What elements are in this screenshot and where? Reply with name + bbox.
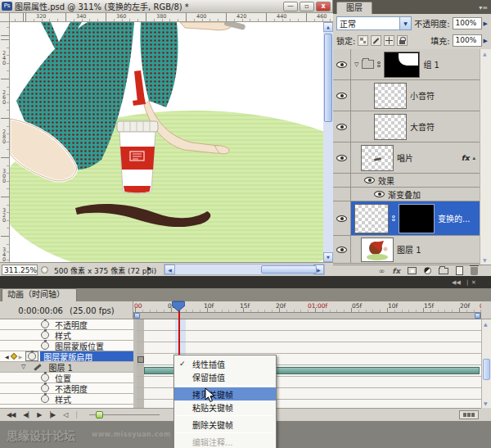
close-panel-icon[interactable]: ✕ <box>471 279 476 286</box>
rewind-button[interactable]: ◀◀ <box>7 411 15 419</box>
layer-row-group1[interactable]: ▽ 组 1 <box>333 49 480 80</box>
blend-mode-select[interactable]: 正常 ▼ <box>336 16 412 30</box>
layers-scrollbar[interactable]: ▲ ▼ <box>480 49 491 265</box>
eye-icon[interactable] <box>336 155 347 161</box>
eye-icon[interactable] <box>336 247 347 253</box>
layer-row-big-note[interactable]: 大音符 <box>333 111 480 143</box>
scroll-left-icon[interactable]: ◀ <box>164 265 175 274</box>
scroll-down-icon[interactable]: ▼ <box>323 252 333 262</box>
stopwatch-icon[interactable] <box>41 331 49 339</box>
close-button[interactable]: x <box>316 2 331 11</box>
status-options-icon[interactable]: ▶ <box>147 265 151 272</box>
visibility-cell[interactable] <box>333 236 351 263</box>
link-layers-icon[interactable]: ∞ <box>379 267 385 275</box>
layer-thumbnail[interactable] <box>354 204 389 233</box>
work-area-end-handle[interactable] <box>475 313 480 319</box>
work-area-bar[interactable] <box>133 312 481 319</box>
stopwatch-icon[interactable] <box>41 342 49 350</box>
timeline-ruler[interactable]: 00 05f 10f 15f 20f 01:00f 05f 10f 15f 20… <box>133 301 481 312</box>
adjustment-layer-icon[interactable] <box>424 267 431 274</box>
previous-keyframe-icon[interactable]: ◀ <box>5 354 9 360</box>
fill-spinner-icon[interactable]: ▶ <box>484 38 488 44</box>
visibility-cell[interactable] <box>333 111 351 142</box>
stopwatch-box[interactable] <box>25 351 38 361</box>
effects-header-row[interactable]: 效果 <box>333 174 480 188</box>
next-keyframe-icon[interactable]: ▶ <box>19 354 23 360</box>
zoom-level-field[interactable]: 311.25% <box>2 265 38 275</box>
layer-name[interactable]: 变换的... <box>438 212 471 224</box>
zoom-slider-thumb[interactable] <box>96 411 103 419</box>
expand-triangle-icon[interactable]: ▽ <box>21 364 25 370</box>
eye-icon[interactable] <box>336 93 347 99</box>
chevron-down-icon[interactable]: ▼ <box>399 17 411 29</box>
fx-icon[interactable]: fx <box>462 154 470 162</box>
expand-triangle-icon[interactable]: ▽ <box>354 61 358 68</box>
collapse-effects-icon[interactable]: ▴ <box>472 155 475 161</box>
visibility-cell[interactable] <box>333 80 351 111</box>
effect-row-gradient-overlay[interactable]: 渐变叠加 <box>333 188 480 201</box>
layer-name[interactable]: 唱片 <box>397 152 413 164</box>
stopwatch-icon[interactable] <box>41 373 49 382</box>
eye-icon[interactable] <box>336 61 347 68</box>
collapse-panel-icon[interactable]: ◀◀ <box>452 279 461 286</box>
new-group-icon[interactable] <box>439 268 448 274</box>
scroll-thumb[interactable] <box>261 265 317 274</box>
eye-icon[interactable] <box>336 124 347 130</box>
canvas-vertical-scrollbar[interactable]: ▲ ▼ <box>323 22 333 262</box>
scroll-down-icon[interactable]: ▼ <box>483 257 487 263</box>
layer-name[interactable]: 图层 1 <box>397 243 421 256</box>
scroll-up-icon[interactable]: ▲ <box>323 22 333 32</box>
stopwatch-icon[interactable] <box>41 384 49 392</box>
play-button[interactable]: ▶ <box>37 411 41 419</box>
panel-menu-icon[interactable]: ▾≡ <box>479 2 488 14</box>
scroll-down-icon[interactable]: ▼ <box>484 400 488 406</box>
work-area-start-handle[interactable] <box>134 313 140 319</box>
audio-toggle-icon[interactable]: ◁ <box>63 411 67 419</box>
menu-item-copy-keyframes[interactable]: 拷贝关键帧 <box>174 387 276 400</box>
minimize-button[interactable]: — <box>283 2 298 11</box>
scroll-up-icon[interactable]: ▲ <box>483 51 487 57</box>
canvas-horizontal-scrollbar[interactable]: ◀ ▶ <box>164 264 325 275</box>
track-label[interactable]: 样式 <box>55 393 71 405</box>
mask-link-icon[interactable] <box>392 215 395 221</box>
eye-icon[interactable] <box>374 191 385 197</box>
track-label[interactable]: 图层蒙版启用 <box>40 351 133 361</box>
menu-item-hold-interpolation[interactable]: 保留插值 <box>174 370 276 383</box>
timeline-zoom-slider[interactable] <box>89 414 160 415</box>
layer-thumbnail[interactable] <box>374 83 407 109</box>
stopwatch-icon[interactable] <box>41 320 49 328</box>
layer-mask-thumbnail[interactable] <box>399 204 435 233</box>
menu-item-linear-interpolation[interactable]: ✓ 线性插值 <box>174 357 276 370</box>
layer-row-selected-transform[interactable]: 变换的... <box>333 201 480 236</box>
stopwatch-icon[interactable] <box>28 352 36 360</box>
layer-row-small-note[interactable]: 小音符 <box>333 80 480 111</box>
opacity-field[interactable]: 100% <box>453 17 482 29</box>
next-frame-button[interactable]: |▶ <box>49 411 55 419</box>
canvas-artwork[interactable] <box>10 22 323 262</box>
previous-frame-button[interactable]: ◀| <box>23 411 29 419</box>
scroll-up-icon[interactable]: ▲ <box>484 321 488 327</box>
fill-field[interactable]: 100% <box>453 34 482 47</box>
group-mask-thumbnail[interactable] <box>384 52 420 78</box>
layer-thumbnail[interactable] <box>374 114 407 140</box>
tab-layers[interactable]: 图层 <box>336 2 372 14</box>
lock-transparency-icon[interactable] <box>358 35 368 46</box>
eye-icon[interactable] <box>364 177 375 183</box>
effect-name[interactable]: 渐变叠加 <box>388 188 421 201</box>
playhead[interactable] <box>172 301 185 312</box>
menu-item-paste-keyframes[interactable]: 粘贴关键帧 <box>174 400 276 414</box>
visibility-cell[interactable] <box>333 201 351 235</box>
visibility-cell[interactable] <box>333 49 351 79</box>
visibility-cell[interactable] <box>333 143 351 173</box>
layer-style-icon[interactable]: fx <box>392 267 400 275</box>
track-style2[interactable]: 样式 <box>0 394 133 405</box>
document-titlebar[interactable]: Ps 图层属性.psd @ 311% (变换的左手, RGB/8) * — ▫ … <box>0 0 332 13</box>
keyframe-marker[interactable] <box>137 356 144 363</box>
add-mask-icon[interactable] <box>408 267 417 274</box>
layer-name[interactable]: 小音符 <box>410 89 435 102</box>
mask-link-icon[interactable] <box>377 61 381 67</box>
lock-position-icon[interactable] <box>384 35 394 46</box>
scroll-thumb[interactable] <box>324 34 332 122</box>
convert-to-frame-animation-button[interactable] <box>459 410 479 419</box>
eye-icon[interactable] <box>336 215 347 222</box>
